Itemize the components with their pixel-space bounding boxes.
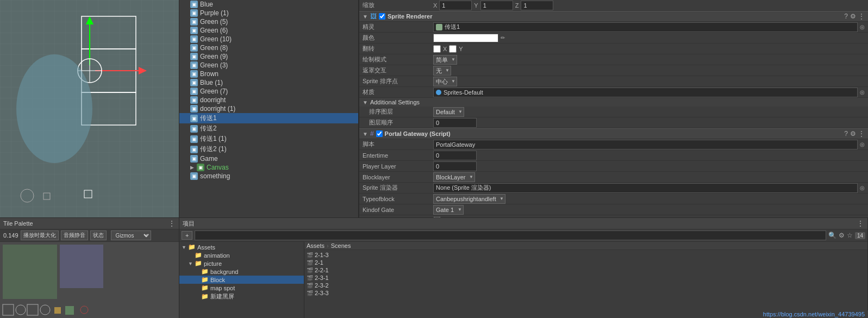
sprite-sort-value: 中心 [433,77,865,86]
material-field[interactable]: Sprites-Default [433,88,858,97]
portal-collapse-arrow[interactable]: ▼ [363,131,368,137]
hierarchy-item-blue[interactable]: ▣ Blue [179,0,358,9]
collapse-arrow[interactable]: ▼ [363,14,368,20]
status-btn[interactable]: 状态 [90,230,107,240]
hierarchy-item-purple1[interactable]: ▣ Purple (1) [179,9,358,17]
color-select-icon[interactable]: ✏ [501,35,505,41]
menu-icon[interactable]: ⋮ [858,13,865,20]
scene-item-213[interactable]: 🎬 2-1-3 [304,251,867,259]
sort-layer-dropdown[interactable]: Default [433,107,464,117]
scene-item-21[interactable]: 🎬 2-1 [304,259,867,266]
sprite-renderer-checkbox[interactable] [379,13,385,20]
cube-icon: ▣ [190,172,198,180]
hierarchy-item-doorright1[interactable]: ▣ doorright (1) [179,104,358,113]
scene-canvas[interactable] [0,0,179,217]
additional-settings-header[interactable]: ▼ Additional Settings [359,98,868,107]
portal-help-icon[interactable]: ? [844,130,848,138]
cube-icon: ▣ [190,125,198,133]
add-btn[interactable]: + [182,231,192,240]
help-icon[interactable]: ? [844,13,848,20]
hierarchy-item-chuansong2[interactable]: ▣ 传送2 [179,123,358,134]
player-layer-input[interactable] [433,161,477,171]
layer-order-value [433,118,865,128]
hierarchy-item-green9[interactable]: ▣ Green (9) [179,52,358,61]
additional-settings-arrow[interactable]: ▼ [363,99,368,105]
hierarchy-item-something[interactable]: ▣ something [179,172,358,180]
hierarchy-item-game[interactable]: ▣ Game [179,154,358,163]
kindof-gate-dropdown[interactable]: Gate 1 [433,205,464,215]
sort-layer-row: 排序图层 Default [359,107,868,117]
hierarchy-list[interactable]: ▣ Blue ▣ Purple (1) ▣ Green (5) ▣ Green … [179,0,358,217]
sprite-renderer-header[interactable]: ▼ 🖼 Sprite Renderer ? ⚙ ⋮ [359,11,868,22]
settings-icon[interactable]: ⚙ [850,13,856,20]
hierarchy-item-green3[interactable]: ▣ Green (3) [179,61,358,70]
flip-value: X Y [433,45,865,53]
spirit-field[interactable]: 传送1 [433,22,858,32]
flip-x-checkbox[interactable] [433,45,441,53]
scale-z-input[interactable] [521,1,553,10]
hierarchy-item-chuansong1-1[interactable]: ▣ 传送1 (1) [179,134,358,144]
entertime-input[interactable] [433,151,477,160]
portal-menu-icon[interactable]: ⋮ [858,130,865,138]
audio-btn[interactable]: 音频静音 [61,230,88,240]
hierarchy-item-green5[interactable]: ▣ Green (5) [179,17,358,26]
portal-settings-icon[interactable]: ⚙ [850,130,856,138]
scale-x-input[interactable] [439,1,472,10]
kindof-gate-value: Gate 1 [433,205,865,215]
scene-item-232[interactable]: 🎬 2-3-2 [304,282,867,289]
scene-icon: 🎬 [307,275,313,281]
tree-item-picture[interactable]: ▼ 📁 picture [179,259,304,267]
flip-y-checkbox[interactable] [449,45,457,53]
portal-checkbox[interactable] [376,130,383,137]
script-field[interactable]: PortalGateway [433,140,858,149]
sprite-renderer2-field[interactable]: None (Sprite 渲染器) [433,183,858,193]
sprite-sort-dropdown[interactable]: 中心 [433,77,457,86]
tile-palette-canvas[interactable] [0,242,179,318]
scenes-breadcrumb[interactable]: Scenes [331,242,351,249]
sprite-renderer2-select-icon[interactable]: ◎ [860,185,865,191]
tile-palette-menu-btn[interactable]: ⋮ [168,219,176,228]
tree-item-newblack[interactable]: 📁 新建黑屏 [179,292,304,301]
filter-icon[interactable]: 🔍 [828,232,836,239]
layer-order-input[interactable] [433,118,477,128]
svg-rect-17 [3,245,57,299]
gizmos-dropdown[interactable]: Gizmos [111,230,151,240]
hierarchy-item-green6[interactable]: ▣ Green (6) [179,26,358,35]
hierarchy-item-green10[interactable]: ▣ Green (10) [179,35,358,43]
assets-breadcrumb[interactable]: Assets [307,242,324,249]
script-select-icon[interactable]: ◎ [860,141,865,147]
hierarchy-item-canvas[interactable]: ▶ ▣ Canvas [179,163,358,172]
hierarchy-item-brown[interactable]: ▣ Brown [179,70,358,78]
tree-item-animation[interactable]: 📁 animation [179,251,304,259]
tree-item-block[interactable]: 📁 Block [179,276,304,284]
hierarchy-item-blue1[interactable]: ▣ Blue (1) [179,78,358,87]
color-picker[interactable] [433,34,498,42]
play-max-btn[interactable]: 播放时最大化 [21,230,59,240]
star-icon[interactable]: ☆ [847,232,853,239]
project-search-input[interactable] [195,230,826,240]
scene-item-221[interactable]: 🎬 2-2-1 [304,266,867,274]
breadcrumb: Assets › Scenes [304,242,867,250]
typeofblock-dropdown[interactable]: Canbepushrightandleft [433,194,505,204]
mask-dropdown[interactable]: 无 [433,66,451,76]
material-select-icon[interactable]: ◎ [860,89,865,95]
hierarchy-item-green8[interactable]: ▣ Green (8) [179,43,358,52]
hierarchy-item-doorright[interactable]: ▣ doorright [179,96,358,104]
hierarchy-item-green7[interactable]: ▣ Green (7) [179,87,358,96]
scene-item-231[interactable]: 🎬 2-3-1 [304,274,867,282]
tree-item-backgrund[interactable]: 📁 backgrund [179,267,304,276]
hierarchy-item-chuansong1[interactable]: ▣ 传送1 [179,113,358,123]
tree-item-mapspot[interactable]: 📁 map spot [179,284,304,292]
hierarchy-item-chuansong2-1[interactable]: ▣ 传送2 (1) [179,144,358,154]
portal-gateway-header[interactable]: ▼ # Portal Gateway (Script) ? ⚙ ⋮ [359,128,868,139]
script-value: PortalGateway ◎ [433,140,865,149]
blocklayer-dropdown[interactable]: BlockLayer [433,172,475,182]
settings-icon[interactable]: ⚙ [839,232,845,239]
draw-mode-dropdown[interactable]: 简单 [433,55,457,65]
scene-item-233[interactable]: 🎬 2-3-3 [304,289,867,297]
scale-y-input[interactable] [480,1,513,10]
project-menu-btn[interactable]: ⋮ [857,219,864,228]
layer-order-label: 图层顺序 [363,119,433,127]
spirit-select-icon[interactable]: ◎ [860,24,865,30]
tree-item-assets[interactable]: ▼ 📁 Assets [179,243,304,251]
